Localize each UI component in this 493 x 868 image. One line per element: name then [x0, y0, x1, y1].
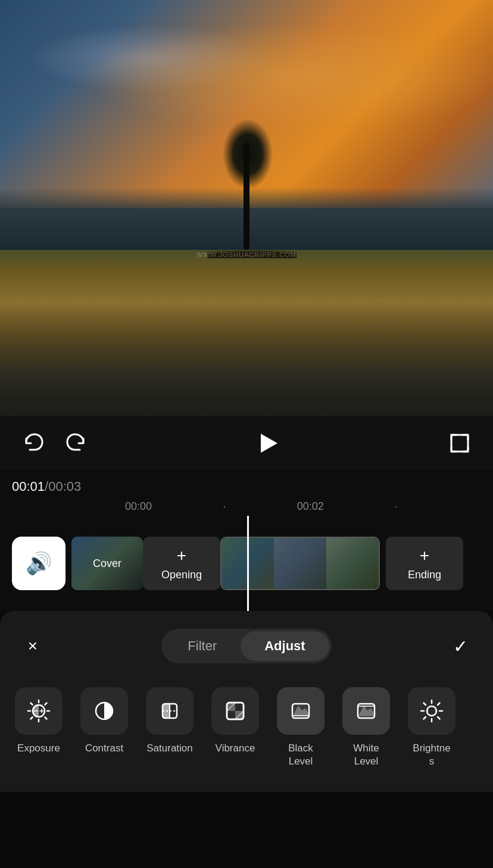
contrast-icon-wrap — [80, 687, 128, 735]
tool-exposure[interactable]: Exposure — [6, 681, 71, 774]
white-level-label: White Level — [353, 742, 379, 768]
brightness-icon-wrap — [408, 687, 455, 735]
vibrance-icon-wrap — [211, 687, 259, 735]
exposure-label: Exposure — [17, 742, 60, 755]
opening-plus-icon: + — [177, 546, 186, 565]
brightness-icon — [419, 698, 445, 724]
tool-black-level[interactable]: Black Level — [268, 681, 333, 774]
close-button[interactable]: × — [18, 631, 48, 661]
video-clips[interactable] — [220, 537, 380, 590]
marker-0: 00:00 — [125, 500, 152, 513]
fullscreen-button[interactable] — [444, 428, 475, 459]
svg-line-9 — [31, 717, 33, 719]
audio-block[interactable]: 🔊 — [12, 537, 65, 590]
marker-dot-1: · — [223, 500, 226, 513]
svg-line-7 — [45, 717, 47, 719]
saturation-icon-wrap — [146, 687, 194, 735]
undo-button[interactable] — [18, 428, 49, 459]
current-time: 00:01 — [12, 479, 45, 494]
playhead — [247, 516, 249, 611]
play-button[interactable] — [252, 428, 283, 459]
tool-contrast[interactable]: Contrast — [71, 681, 137, 774]
tree-trunk — [244, 143, 249, 250]
black-level-icon-wrap — [277, 687, 324, 735]
timeline-track: 🔊 Cover + Opening + Ending — [0, 516, 493, 611]
tab-group: Filter Adjust — [161, 629, 331, 663]
svg-line-34 — [438, 717, 440, 719]
redo-icon — [64, 431, 88, 455]
cover-block[interactable]: Cover — [71, 537, 143, 590]
time-markers: 00:00 · 00:02 · — [0, 500, 493, 513]
white-level-icon-wrap — [342, 687, 390, 735]
exposure-icon — [26, 698, 52, 724]
marker-dot-2: · — [395, 500, 398, 513]
tool-saturation[interactable]: Saturation — [137, 681, 202, 774]
tab-row: × Filter Adjust ✓ — [0, 623, 493, 675]
timeline-area: 00:01 / 00:03 00:00 · 00:02 · 🔊 Cover + … — [0, 470, 493, 611]
saturation-icon — [157, 698, 183, 724]
clip-2 — [274, 538, 326, 589]
cover-label: Cover — [93, 557, 121, 570]
video-preview: WWW.JOSHUACRIPPS.COM — [0, 0, 493, 416]
tools-row: Exposure Contrast Saturati — [0, 675, 493, 792]
redo-button[interactable] — [61, 428, 92, 459]
svg-point-28 — [427, 706, 436, 716]
svg-line-8 — [45, 703, 47, 705]
svg-line-33 — [424, 703, 426, 706]
tool-vibrance[interactable]: Vibrance — [202, 681, 268, 774]
play-icon — [261, 434, 277, 453]
fullscreen-icon — [448, 431, 472, 455]
left-controls — [18, 428, 92, 459]
contrast-icon — [91, 698, 117, 724]
tool-white-level[interactable]: White Level — [333, 681, 399, 774]
time-display: 00:01 / 00:03 — [0, 479, 493, 494]
saturation-label: Saturation — [146, 742, 193, 755]
svg-line-6 — [31, 703, 33, 705]
svg-line-35 — [438, 703, 440, 706]
white-level-icon — [353, 698, 379, 724]
tab-adjust[interactable]: Adjust — [241, 631, 329, 661]
watermark: WWW.JOSHUACRIPPS.COM — [196, 251, 297, 258]
vibrance-label: Vibrance — [216, 742, 255, 755]
exposure-icon-wrap — [15, 687, 63, 735]
black-level-icon — [288, 698, 314, 724]
timeline-scroll[interactable]: 🔊 Cover + Opening + Ending — [0, 516, 493, 611]
bottom-panel: × Filter Adjust ✓ — [0, 611, 493, 792]
marker-2: 00:02 — [297, 500, 324, 513]
ending-plus-icon: + — [420, 546, 429, 565]
contrast-label: Contrast — [85, 742, 123, 755]
confirm-button[interactable]: ✓ — [445, 631, 475, 661]
brightness-label: Brightne s — [413, 742, 450, 768]
black-level-label: Black Level — [288, 742, 313, 768]
ending-block[interactable]: + Ending — [386, 537, 463, 590]
total-time: 00:03 — [48, 479, 81, 494]
opening-block[interactable]: + Opening — [143, 537, 220, 590]
controls-bar — [0, 416, 493, 470]
audio-icon: 🔊 — [26, 551, 52, 576]
tab-filter[interactable]: Filter — [164, 631, 241, 661]
vibrance-icon — [222, 698, 248, 724]
undo-icon — [21, 431, 45, 455]
clip-3 — [326, 538, 379, 589]
opening-label: Opening — [161, 569, 202, 581]
ending-label: Ending — [408, 569, 441, 581]
tool-brightness[interactable]: Brightne s — [399, 681, 464, 774]
svg-line-36 — [424, 717, 426, 719]
svg-rect-0 — [451, 435, 468, 452]
